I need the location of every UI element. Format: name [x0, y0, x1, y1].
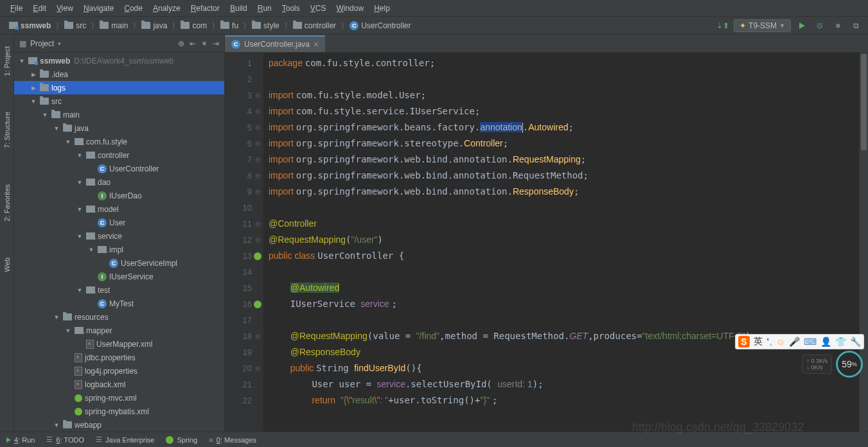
- tree-item[interactable]: com.fu.style: [14, 135, 224, 148]
- menu-file[interactable]: File: [5, 1, 28, 15]
- menu-view[interactable]: View: [51, 1, 78, 15]
- bottom-tool-button[interactable]: 4: Run: [6, 436, 35, 444]
- debug-button[interactable]: ⛭: [813, 19, 827, 33]
- tree-item[interactable]: dao: [14, 175, 224, 189]
- tab-title: UserController.java: [244, 40, 310, 49]
- tree-item[interactable]: jdbc.properties: [14, 351, 224, 364]
- tools-icon[interactable]: 🔧: [850, 337, 861, 347]
- menu-run[interactable]: Run: [252, 1, 277, 15]
- settings-icon[interactable]: ✶: [201, 39, 208, 48]
- menu-edit[interactable]: Edit: [28, 1, 51, 15]
- project-view-icon: ▦: [19, 39, 26, 48]
- editor-area: C UserController.java × 1234567891011121…: [225, 35, 868, 432]
- tree-item[interactable]: UserMapper.xml: [14, 337, 224, 351]
- emoji-icon[interactable]: ☺: [776, 337, 785, 347]
- user-icon[interactable]: 👤: [820, 337, 831, 347]
- tree-item[interactable]: service: [14, 229, 224, 243]
- hide-icon[interactable]: ⇥: [213, 39, 219, 48]
- menu-tools[interactable]: Tools: [277, 1, 305, 15]
- breadcrumb-item[interactable]: style: [248, 20, 283, 31]
- run-button[interactable]: [795, 19, 809, 33]
- panel-header: ▦ Project ▾ ⊕ ⇤ ✶ ⇥: [14, 35, 224, 53]
- run-configuration-selector[interactable]: ✦ T9-SSM ▼: [734, 19, 791, 32]
- bottom-tool-button[interactable]: ☰Java Enterprise: [96, 435, 154, 444]
- tree-item[interactable]: test: [14, 283, 224, 297]
- tree-item[interactable]: webapp: [14, 418, 224, 432]
- breadcrumb-item[interactable]: fu: [217, 20, 242, 31]
- keyboard-icon[interactable]: ⌨: [804, 337, 817, 347]
- breadcrumb: ssmweb⟩src⟩main⟩java⟩com⟩fu⟩style⟩contro…: [5, 20, 716, 31]
- toolbar-right: ⇣⬆ ✦ T9-SSM ▼ ⛭ ■ ⧉: [716, 19, 863, 33]
- bottom-tool-bar: 4: Run☰6: TODO☰Java EnterpriseSpring≡0: …: [0, 432, 868, 447]
- breadcrumb-item[interactable]: java: [137, 20, 171, 31]
- tree-item[interactable]: mapper: [14, 324, 224, 337]
- tree-item[interactable]: log4j.properties: [14, 364, 224, 378]
- mic-icon[interactable]: 🎤: [789, 337, 800, 347]
- ime-lang: 英: [754, 336, 763, 347]
- menu-navigate[interactable]: Navigate: [78, 1, 119, 15]
- tree-item[interactable]: src: [14, 94, 224, 108]
- tree-item[interactable]: CMyTest: [14, 297, 224, 310]
- tree-item[interactable]: logback.xml: [14, 378, 224, 391]
- bottom-tool-button[interactable]: ≡0: Messages: [209, 436, 256, 444]
- menu-analyze[interactable]: Analyze: [148, 1, 186, 15]
- editor-tab[interactable]: C UserController.java ×: [225, 35, 325, 52]
- menu-refactor[interactable]: Refactor: [186, 1, 225, 15]
- left-tool-gutter: 1: Project7: Structure2: FavoritesWeb: [0, 35, 14, 432]
- editor-gutter[interactable]: 12345678910111213141516171819202122 ⊖⊖⊖⊖…: [225, 53, 263, 432]
- breadcrumb-item[interactable]: controller: [289, 20, 340, 31]
- tool-window-button[interactable]: 7: Structure: [2, 107, 12, 153]
- tree-item[interactable]: CUserController: [14, 162, 224, 175]
- bottom-tool-button[interactable]: Spring: [166, 436, 197, 444]
- tree-item[interactable]: IIUserService: [14, 270, 224, 283]
- network-speed-widget: ↑ 0.3K/s ↓ 0K/s 59%: [802, 351, 863, 378]
- close-icon[interactable]: ×: [314, 39, 319, 49]
- tree-item[interactable]: .idea: [14, 67, 224, 81]
- ime-toolbar[interactable]: S 英 ❜, ☺ 🎤 ⌨ 👤 👕 🔧: [735, 334, 864, 349]
- search-button[interactable]: ⧉: [849, 19, 863, 33]
- breadcrumb-item[interactable]: com: [177, 20, 211, 31]
- menu-window[interactable]: Window: [331, 1, 369, 15]
- skin-icon[interactable]: 👕: [835, 337, 846, 347]
- breadcrumb-item[interactable]: src: [60, 20, 90, 31]
- tree-item[interactable]: spring-mybatis.xml: [14, 405, 224, 418]
- navigation-bar: ssmweb⟩src⟩main⟩java⟩com⟩fu⟩style⟩contro…: [0, 17, 868, 35]
- tree-item[interactable]: IIUserDao: [14, 189, 224, 202]
- menu-code[interactable]: Code: [119, 1, 148, 15]
- tree-item[interactable]: CUser: [14, 216, 224, 229]
- menu-bar: FileEditViewNavigateCodeAnalyzeRefactorB…: [0, 0, 868, 17]
- class-icon: C: [231, 40, 240, 49]
- breadcrumb-item[interactable]: CUserController: [346, 20, 414, 31]
- ime-logo-icon: S: [738, 336, 750, 347]
- tree-item[interactable]: main: [14, 108, 224, 121]
- stop-button[interactable]: ■: [831, 19, 845, 33]
- run-config-label: T9-SSM: [748, 21, 777, 30]
- breadcrumb-item[interactable]: ssmweb: [5, 20, 55, 31]
- scroll-to-icon[interactable]: ⊕: [178, 39, 184, 48]
- dropdown-icon[interactable]: ▾: [58, 40, 61, 47]
- tree-item[interactable]: impl: [14, 243, 224, 256]
- tree-item[interactable]: spring-mvc.xml: [14, 391, 224, 405]
- breadcrumb-item[interactable]: main: [96, 20, 132, 31]
- tree-item[interactable]: ssmwebD:\IDEA\work4_ssm\ssmweb: [14, 54, 224, 67]
- tool-window-button[interactable]: 1: Project: [2, 41, 12, 81]
- menu-vcs[interactable]: VCS: [305, 1, 332, 15]
- project-tree[interactable]: ssmwebD:\IDEA\work4_ssm\ssmweb.idealogss…: [14, 53, 224, 432]
- speed-circle[interactable]: 59%: [836, 351, 863, 378]
- menu-help[interactable]: Help: [369, 1, 395, 15]
- tool-window-button[interactable]: Web: [2, 252, 12, 277]
- ime-icon[interactable]: ❜,: [766, 337, 772, 347]
- collapse-icon[interactable]: ⇤: [190, 39, 196, 48]
- tree-item[interactable]: model: [14, 202, 224, 216]
- menu-build[interactable]: Build: [225, 1, 252, 15]
- build-icon[interactable]: ⇣⬆: [716, 19, 730, 33]
- tree-item[interactable]: logs: [14, 81, 224, 94]
- code-editor[interactable]: package com.fu.style.controller; import …: [263, 53, 859, 432]
- tree-item[interactable]: controller: [14, 148, 224, 162]
- tree-item[interactable]: java: [14, 121, 224, 135]
- bottom-tool-button[interactable]: ☰6: TODO: [46, 435, 84, 444]
- panel-title: Project: [30, 39, 54, 48]
- tool-window-button[interactable]: 2: Favorites: [2, 179, 12, 226]
- tree-item[interactable]: resources: [14, 310, 224, 324]
- tree-item[interactable]: CUserServiceImpl: [14, 256, 224, 270]
